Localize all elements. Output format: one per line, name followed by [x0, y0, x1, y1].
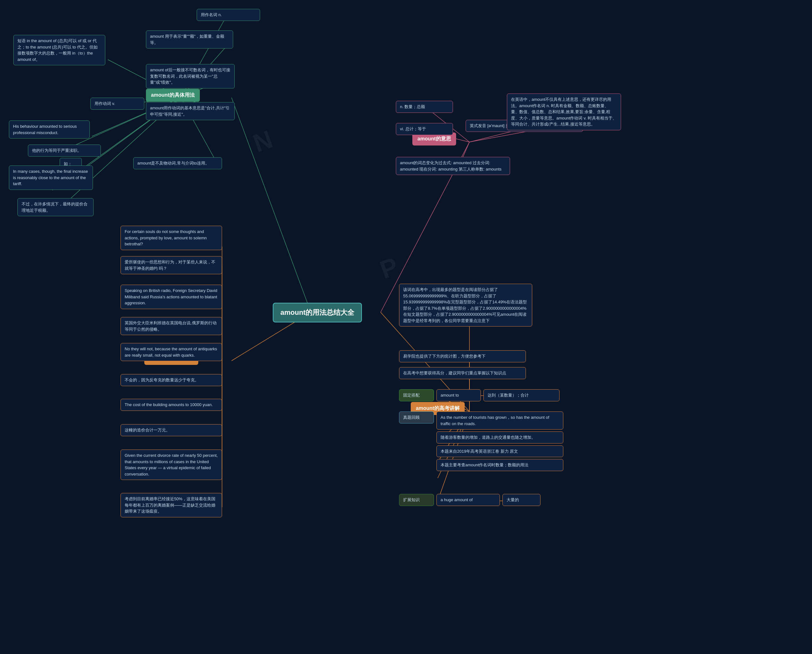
watermark-1: N [249, 125, 277, 158]
leaf-daliang: 大量的 [503, 494, 541, 506]
leaf-amount-budongci: amount是不及物动词,常与介词to连用。 [133, 157, 222, 169]
leaf-yongzuodongci: 用作动词 v. [90, 98, 144, 110]
leaf-ex4-cn: 这幢的造价合计一万元。 [121, 424, 222, 436]
leaf-dongci-def: amount用作动词的基本意思是"合计,共计"引申可指"等同,接近"。 [146, 102, 235, 120]
leaf-ex1-en: For certain souls do not some thoughts a… [121, 226, 222, 250]
leaf-ex5-cn: 考虑到目前离婚率已经接近50%，这意味着在美国每年都有上百万的离婚案例——正是缺… [121, 493, 222, 517]
leaf-ex2-en: Speaking on British radio, Foreign Secre… [121, 285, 222, 309]
leaf-ex5-en: Given the current divorce rate of nearly… [121, 449, 222, 480]
leaf-zhenti-cn: 随着游客数量的增加，道路上的交通量也随之增加。 [437, 431, 563, 443]
leaf-ahuge-amount: a huge amount of [437, 494, 500, 506]
leaf-zhenti-en: As the number of tourists has grown，so h… [437, 411, 563, 429]
mind-map: N P amount的用法总结大全 amount的具体用法 amount的用法例… [0, 0, 812, 654]
leaf-example-increase: In many cases, though, the final increas… [9, 165, 93, 190]
leaf-gaokao-jiyi: 在高考中想要获得高分，建议同学们重点掌握以下知识点 [399, 367, 526, 379]
leaf-amountof-def: amount of后一般接不可数名词，有时也可接复数可数名词，此名词被视为某一"… [146, 64, 235, 89]
leaf-laiyuan: 本题来自2019年高考英语浙江卷 新力 原文 [437, 445, 563, 457]
leaf-daodao: 达到（某数量）；合计 [483, 389, 559, 401]
leaf-gaokao-tubiao: 易学院也提供了下方的统计图，方便您参考下 [399, 350, 526, 362]
branch-juti-label: amount的具体用法 [151, 92, 195, 98]
leaf-vi-zongjihudeng: vi. 总计；等于 [396, 123, 453, 135]
leaf-example-serious-cn: 他的行为等同于严重渎职。 [28, 145, 101, 157]
leaf-amount-to-label: amount to [437, 389, 481, 401]
leaf-mingci-def: amount 用于表示"量""额"，如重量、金额等。 [146, 31, 233, 49]
leaf-zhenti-huida-label: 真题回顾 [399, 411, 434, 423]
leaf-yongzuomingci: 用作名词 n. [197, 9, 260, 21]
leaf-n-shuzi: n. 数量；总额 [396, 101, 453, 113]
leaf-amount-cibian: amount的词态变化为过去式: amounted 过去分词: amounted… [396, 157, 510, 175]
leaf-ex1-cn: 爱所驱使的一些思想和行为，对于某些人来说，不就等于神圣的婚约 吗？ [121, 256, 222, 274]
central-node: amount的用法总结大全 [273, 303, 362, 322]
leaf-ex3-cn: 不会的，因为反夸克的数量远少于夸克。 [121, 374, 222, 386]
leaf-benti-kaocha: 本题主要考查amount作名词时数量；数额的用法 [437, 459, 563, 471]
leaf-kuozhan-label: 扩展知识 [399, 494, 434, 506]
branch-yisi-label: amount的意思 [417, 136, 451, 141]
branch-gaokao-label: amount的高考讲解 [416, 405, 460, 411]
watermark-2: P [376, 252, 402, 285]
leaf-ex3-en: No they will not, because the amount of … [121, 343, 222, 361]
leaf-amount-xiangxi: 在英语中，amount不仅具有上述意思，还有更详尽的用法。amount作名词 n… [507, 93, 621, 130]
leaf-example-serious: His behaviour amounted to serious profes… [9, 121, 90, 139]
leaf-gudingpei-label: 固定搭配 [399, 389, 434, 401]
branch-juti: amount的具体用法 [146, 89, 200, 102]
svg-line-18 [469, 131, 530, 142]
leaf-intheamount: 短语 in the amount of (总共)可以 of 或 or 代之；to… [13, 35, 105, 65]
svg-line-0 [231, 98, 311, 312]
leaf-example-increase-cn: 不过，在许多情况下，最终的提价合理地近于税额。 [17, 198, 93, 216]
leaf-ex2-cn: 英国外交大臣米利班德在英国电台说,俄罗斯的行动等同于公然的侵略。 [121, 317, 222, 335]
central-label: amount的用法总结大全 [280, 309, 354, 316]
leaf-ex4-en: The cost of the building amounts to 1000… [121, 399, 222, 411]
leaf-gaokao-tongji: 该词在高考中，出现最多的题型是在阅读部分占据了55.06999999999999… [399, 284, 532, 327]
